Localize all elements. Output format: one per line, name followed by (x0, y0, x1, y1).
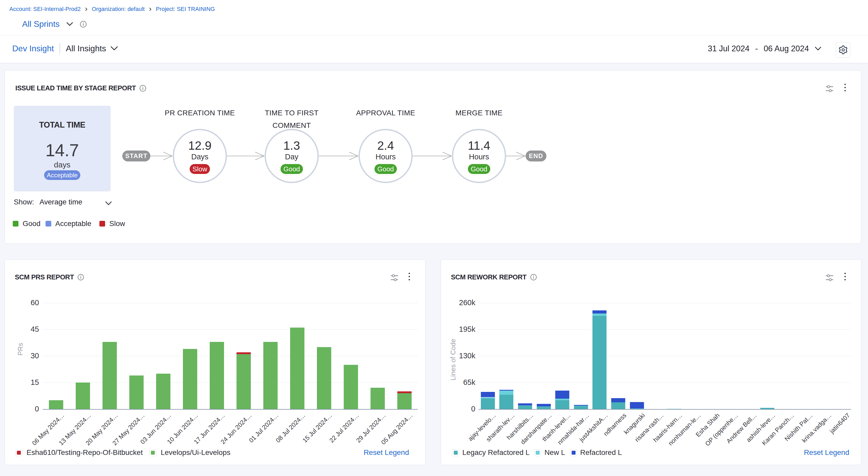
rating-legend: Good Acceptable Slow (13, 219, 125, 228)
show-select[interactable]: Average time (39, 198, 82, 206)
bar-segment-new-l[interactable] (518, 406, 532, 406)
legend-key-levelops[interactable] (149, 449, 156, 456)
breadcrumb-project[interactable]: Project: SEI TRAINING (156, 6, 215, 12)
bar-segment-levelops-ui-levelops[interactable] (183, 349, 197, 409)
bar-segment-levelops-ui-levelops[interactable] (263, 342, 278, 409)
bar-segment-levelops-ui-levelops[interactable] (49, 400, 63, 409)
bar-segment-legacy-refactored-l[interactable] (481, 398, 495, 409)
legend-key-esha[interactable] (16, 449, 22, 456)
bar-segment-legacy-refactored-l[interactable] (574, 406, 588, 409)
legend-key-new[interactable] (534, 449, 541, 456)
legend-swatch (17, 451, 21, 455)
rework-chart-plot: 065k130k195k260kLines of Codeajay-levelo… (441, 260, 862, 465)
total-time-value: 14.7 (14, 140, 111, 160)
legend-swatch-good (13, 221, 19, 227)
reset-legend-link[interactable]: Reset Legend (364, 448, 409, 457)
x-axis-line (43, 409, 418, 410)
legend-key-legacy[interactable] (452, 449, 459, 456)
bar-segment-levelops-ui-levelops[interactable] (344, 365, 358, 409)
legend-label[interactable]: New L (544, 448, 565, 457)
total-time-unit: days (14, 160, 111, 169)
settings-button[interactable] (836, 42, 850, 58)
stage-circle[interactable]: 1.3DayGood (265, 129, 319, 183)
kebab-menu-icon[interactable] (844, 83, 846, 93)
breadcrumb-separator-icon (84, 7, 88, 11)
bar-segment-levelops-ui-levelops[interactable] (371, 388, 385, 409)
date-range-end: 06 Aug 2024 (764, 44, 809, 53)
gridline (478, 303, 851, 303)
bar-segment-refactored-l[interactable] (611, 398, 625, 403)
stage-label: MERGE TIME (435, 107, 523, 119)
bar-segment-refactored-l[interactable] (592, 310, 607, 314)
bar-segment-new-l[interactable] (592, 314, 607, 316)
legend-label[interactable]: Levelops/Ui-Levelops (161, 448, 230, 457)
bar-segment-new-l[interactable] (481, 397, 495, 399)
legend-label[interactable]: Good (23, 219, 40, 228)
bar-segment-levelops-ui-levelops[interactable] (156, 374, 170, 409)
bar-segment-legacy-refactored-l[interactable] (518, 406, 532, 409)
stage-circle[interactable]: 12.9DaysSlow (173, 129, 227, 183)
legend-key-refactored[interactable] (570, 449, 577, 456)
info-icon[interactable] (140, 85, 146, 92)
issue-lead-time-card: ISSUE LEAD TIME BY STAGE REPORT TOTAL TI… (5, 70, 861, 244)
gridline (478, 329, 851, 330)
legend-label[interactable]: Acceptable (55, 219, 92, 228)
bar-segment-legacy-refactored-l[interactable] (537, 407, 551, 409)
stage-circle[interactable]: 11.4HoursGood (452, 129, 506, 183)
bar-segment-new-l[interactable] (555, 399, 569, 400)
bar-segment-refactored-l[interactable] (537, 404, 551, 407)
insight-selector[interactable]: All Insights (66, 44, 118, 53)
total-time-label: TOTAL TIME (14, 120, 111, 130)
chevron-down-icon[interactable] (105, 199, 112, 207)
show-label: Show: (14, 198, 34, 206)
bar-segment-levelops-ui-levelops[interactable] (317, 347, 331, 409)
stage-circle[interactable]: 2.4HoursGood (359, 129, 413, 183)
bar-segment-levelops-ui-levelops[interactable] (290, 328, 304, 409)
bar-segment-esha610-testing-repo-of-bitbucket[interactable] (237, 352, 251, 354)
bar-segment-refactored-l[interactable] (481, 392, 495, 397)
date-range-separator: - (755, 44, 758, 53)
bar-segment-levelops-ui-levelops[interactable] (397, 393, 412, 409)
total-time-box: TOTAL TIME 14.7 days Acceptable (14, 106, 111, 191)
stage-rating-badge: Slow (190, 164, 210, 174)
legend-label[interactable]: Legacy Refactored L (462, 448, 529, 457)
chart-settings-icon[interactable] (826, 85, 833, 93)
vertical-divider (60, 43, 60, 54)
sprint-selector[interactable]: All Sprints (22, 19, 60, 29)
bar-segment-new-l[interactable] (574, 406, 588, 406)
bar-segment-refactored-l[interactable] (518, 403, 532, 406)
bar-segment-legacy-refactored-l[interactable] (555, 400, 569, 409)
gridline (43, 303, 418, 303)
bar-segment-refactored-l[interactable] (555, 391, 569, 399)
bar-segment-refactored-l[interactable] (574, 405, 588, 406)
stage-label: TIME TO FIRST COMMENT (247, 107, 336, 132)
x-axis-tick-label: OP (oppenhe… (704, 412, 740, 447)
stage-rating-badge: Good (468, 164, 490, 174)
bar-segment-levelops-ui-levelops[interactable] (210, 342, 224, 409)
bar-segment-new-l[interactable] (537, 407, 551, 407)
legend-swatch (151, 451, 155, 455)
breadcrumb-organization[interactable]: Organization: default (92, 6, 145, 12)
breadcrumb-account[interactable]: Account: SEI-Internal-Prod2 (9, 6, 81, 12)
date-range-selector[interactable]: 31 Jul 2024 - 06 Aug 2024 (708, 44, 822, 53)
bar-segment-legacy-refactored-l[interactable] (611, 402, 625, 409)
legend-label[interactable]: Slow (109, 219, 125, 228)
legend-swatch (454, 451, 458, 455)
gear-icon (839, 46, 847, 54)
legend-label[interactable]: Esha610/Testing-Repo-Of-Bitbucket (27, 448, 143, 457)
bar-segment-new-l[interactable] (499, 391, 514, 395)
bar-segment-levelops-ui-levelops[interactable] (102, 342, 117, 409)
bar-segment-legacy-refactored-l[interactable] (592, 316, 607, 409)
info-icon[interactable] (80, 21, 87, 28)
bar-segment-levelops-ui-levelops[interactable] (237, 354, 251, 409)
bar-segment-levelops-ui-levelops[interactable] (129, 376, 144, 409)
bar-segment-legacy-refactored-l[interactable] (499, 395, 514, 409)
bar-segment-refactored-l[interactable] (630, 402, 644, 409)
insight-link[interactable]: Dev Insight (12, 44, 54, 53)
legend-label[interactable]: Refactored L (580, 448, 622, 457)
bar-segment-refactored-l[interactable] (499, 390, 514, 391)
bar-segment-levelops-ui-levelops[interactable] (76, 383, 90, 409)
chevron-down-icon[interactable] (66, 22, 73, 26)
bar-segment-esha610-testing-repo-of-bitbucket[interactable] (397, 391, 412, 393)
reset-legend-link[interactable]: Reset Legend (804, 448, 849, 457)
